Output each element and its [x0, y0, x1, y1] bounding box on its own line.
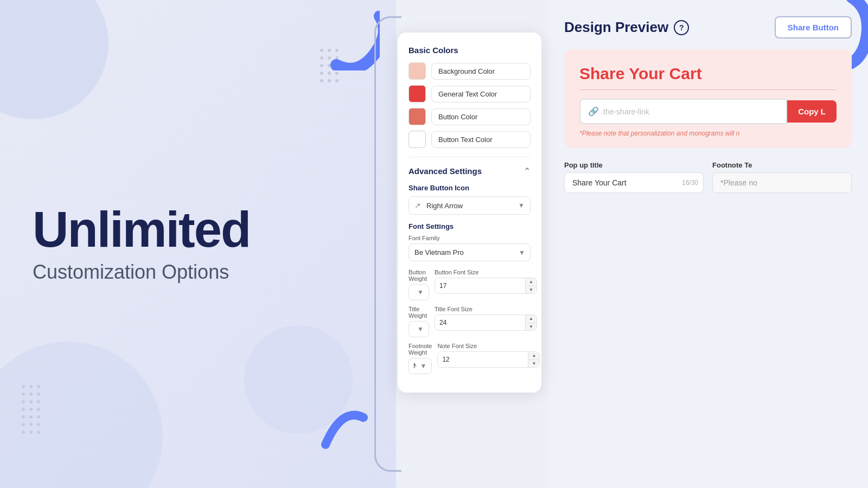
- note-font-size-wrapper: ▲ ▼: [437, 351, 540, 368]
- button-font-size-wrapper: ▲ ▼: [435, 278, 537, 294]
- button-weight-wrapper: Bold Normal Light Medium ▼: [409, 284, 429, 300]
- share-note: *Please note that personalization and mo…: [579, 130, 837, 137]
- note-font-size-label: Note Font Size: [437, 343, 540, 349]
- text-color-button[interactable]: General Text Color: [431, 86, 531, 102]
- hero-subtitle: Customization Options: [33, 261, 250, 284]
- button-font-size-spinner: ▲ ▼: [525, 278, 537, 293]
- hero-text-container: Unlimited Customization Options: [33, 204, 250, 284]
- note-font-size-up[interactable]: ▲: [528, 352, 539, 360]
- title-weight-select[interactable]: Bold Normal Light Medium: [409, 321, 429, 337]
- color-row-btn-text: Button Text Color: [409, 131, 531, 148]
- footnote-label: Footnote Te: [712, 161, 852, 169]
- font-family-label: Font Family: [409, 235, 531, 241]
- color-row-background: Background Color: [409, 62, 531, 80]
- title-font-size-spinner: ▲ ▼: [525, 315, 537, 330]
- share-link-input-area: 🔗 the-share-link: [579, 99, 787, 124]
- footnote-font-grid: Footnote Weight Normal Bold Light Medium…: [409, 343, 531, 374]
- footnote-weight-select[interactable]: Normal Bold Light Medium: [409, 358, 432, 374]
- title-font-size-label: Title Font Size: [435, 306, 537, 312]
- bottom-fields: Pop up title 16/30 Footnote Te *Please n…: [564, 161, 852, 193]
- link-icon: 🔗: [588, 106, 599, 117]
- button-weight-select[interactable]: Bold Normal Light Medium: [409, 284, 429, 300]
- popup-title-group: Pop up title 16/30: [564, 161, 704, 193]
- share-cart-card: Share Your Cart 🔗 the-share-link Copy L …: [564, 49, 852, 148]
- note-font-size-down[interactable]: ▼: [528, 360, 539, 368]
- colors-divider: [409, 157, 531, 157]
- footnote-weight-wrapper: Normal Bold Light Medium ▼: [409, 358, 432, 374]
- title-font-size-group: Title Font Size ▲ ▼: [435, 306, 537, 337]
- advanced-settings-title: Advanced Settings: [409, 166, 482, 176]
- btn-color-swatch[interactable]: [409, 108, 426, 125]
- font-family-wrapper: Be Vietnam Pro Inter Roboto Open Sans ▼: [409, 243, 531, 261]
- title-weight-label: Title Weight: [409, 306, 429, 319]
- button-font-size-label: Button Font Size: [435, 269, 537, 275]
- right-panel: Design Preview ? Share Button Share Your…: [548, 0, 868, 488]
- button-weight-group: Button Weight Bold Normal Light Medium ▼: [409, 269, 429, 300]
- btn-text-color-swatch[interactable]: [409, 131, 426, 148]
- help-icon[interactable]: ?: [674, 20, 689, 35]
- chevron-up-icon: ⌃: [524, 166, 531, 176]
- font-family-select[interactable]: Be Vietnam Pro Inter Roboto Open Sans: [409, 243, 531, 261]
- share-link-placeholder: the-share-link: [603, 107, 649, 116]
- text-color-swatch[interactable]: [409, 85, 426, 102]
- footnote-weight-label: Footnote Weight: [409, 343, 432, 356]
- copy-button[interactable]: Copy L: [787, 100, 837, 123]
- decorative-circle-1: [0, 0, 108, 119]
- footnote-group: Footnote Te *Please no: [712, 161, 852, 193]
- title-font-size-input[interactable]: [435, 315, 525, 330]
- share-icon-select[interactable]: Right Arrow Share Icon Link Icon Arrow I…: [426, 197, 530, 214]
- settings-panel: Basic Colors Background Color General Te…: [398, 33, 541, 393]
- share-icon-select-wrapper: ↗ Right Arrow Share Icon Link Icon Arrow…: [409, 196, 531, 215]
- title-font-size-wrapper: ▲ ▼: [435, 314, 537, 331]
- basic-colors-title: Basic Colors: [409, 46, 531, 55]
- title-font-grid: Title Weight Bold Normal Light Medium ▼ …: [409, 306, 531, 337]
- button-font-size-up[interactable]: ▲: [526, 278, 537, 286]
- popup-title-input-wrapper: 16/30: [564, 172, 704, 193]
- share-link-row: 🔗 the-share-link Copy L: [579, 99, 837, 124]
- swoosh-bottom-right: [320, 401, 363, 445]
- btn-text-color-button[interactable]: Button Text Color: [431, 131, 531, 148]
- color-row-btn: Button Color: [409, 108, 531, 125]
- footnote-value: *Please no: [712, 172, 852, 193]
- title-weight-wrapper: Bold Normal Light Medium ▼: [409, 321, 429, 337]
- title-font-size-up[interactable]: ▲: [526, 315, 537, 323]
- button-font-size-input[interactable]: [435, 278, 525, 293]
- btn-color-button[interactable]: Button Color: [431, 108, 531, 125]
- title-font-size-down[interactable]: ▼: [526, 323, 537, 331]
- button-font-grid: Button Weight Bold Normal Light Medium ▼…: [409, 269, 531, 300]
- share-icon-prefix: ↗: [409, 197, 426, 214]
- share-cart-title: Share Your Cart: [579, 65, 837, 83]
- title-weight-group: Title Weight Bold Normal Light Medium ▼: [409, 306, 429, 337]
- left-panel: Unlimited Customization Options: [0, 0, 396, 488]
- swoosh-top-right: [315, 11, 380, 70]
- popup-title-char-count: 16/30: [682, 179, 698, 187]
- share-icon-label: Share Button Icon: [409, 184, 531, 192]
- button-weight-label: Button Weight: [409, 269, 429, 282]
- dot-grid-bottom: [22, 385, 40, 434]
- footnote-weight-group: Footnote Weight Normal Bold Light Medium…: [409, 343, 432, 374]
- bg-color-swatch[interactable]: [409, 62, 426, 80]
- hero-title: Unlimited: [33, 204, 250, 254]
- preview-title: Design Preview: [564, 19, 668, 36]
- share-cart-divider: [579, 89, 837, 90]
- font-settings-title: Font Settings: [409, 222, 531, 230]
- note-font-size-group: Note Font Size ▲ ▼: [437, 343, 540, 374]
- advanced-settings-header[interactable]: Advanced Settings ⌃: [409, 166, 531, 176]
- button-font-size-down[interactable]: ▼: [526, 286, 537, 294]
- note-font-size-spinner: ▲ ▼: [528, 352, 539, 367]
- note-font-size-input[interactable]: [438, 352, 528, 367]
- button-font-size-group: Button Font Size ▲ ▼: [435, 269, 537, 300]
- preview-title-area: Design Preview ?: [564, 19, 689, 36]
- bg-color-button[interactable]: Background Color: [431, 63, 531, 80]
- color-row-text: General Text Color: [409, 85, 531, 102]
- popup-title-label: Pop up title: [564, 161, 704, 169]
